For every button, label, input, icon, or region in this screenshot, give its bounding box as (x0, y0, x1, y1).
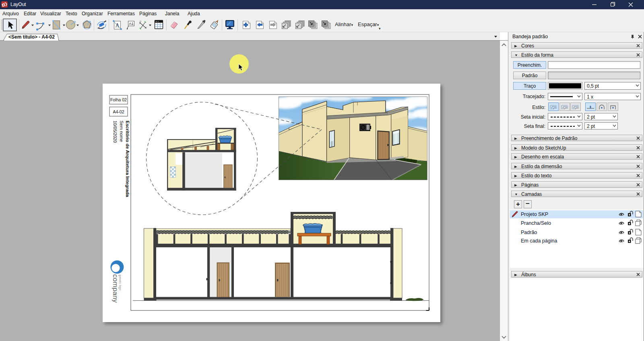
svg-text:Folha 02: Folha 02 (110, 97, 127, 102)
svg-text:generic logo: generic logo (118, 275, 122, 290)
svg-text:<Sem título> - A4-02: <Sem título> - A4-02 (8, 34, 55, 40)
svg-text:Sem nome: Sem nome (119, 121, 124, 142)
svg-text:Escritório de Arquitetura Inte: Escritório de Arquitetura Integrada (125, 121, 130, 197)
svg-text:A4-02: A4-02 (113, 109, 124, 114)
svg-text:A1: A1 (129, 21, 134, 26)
svg-text:company: company (111, 274, 119, 303)
svg-text:10/05/2020: 10/05/2020 (113, 121, 118, 143)
